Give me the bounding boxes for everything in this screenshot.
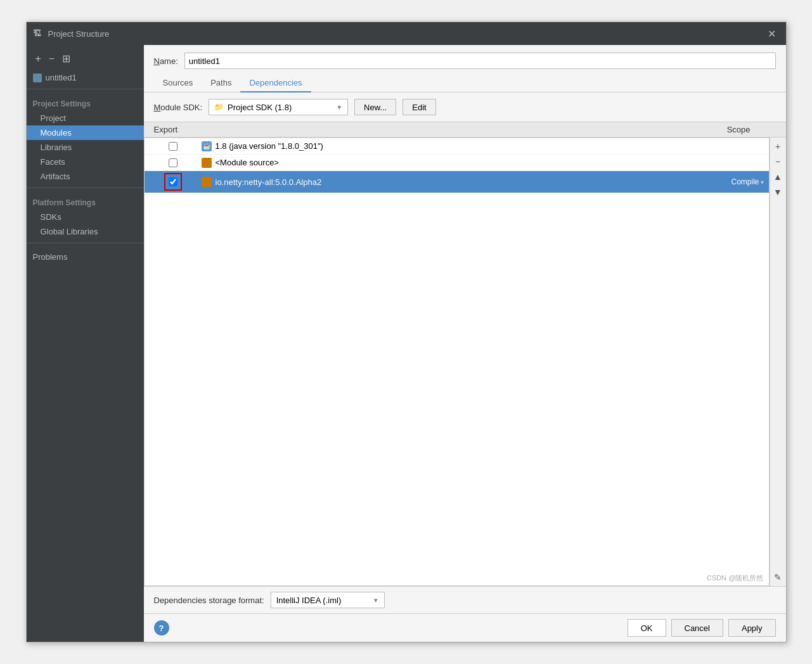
add-dep-button[interactable]: +	[771, 139, 785, 153]
tab-sources[interactable]: Sources	[154, 74, 202, 93]
sidebar-toolbar: + − ⊞	[27, 50, 144, 70]
move-down-button[interactable]: ▼	[771, 185, 785, 199]
tab-paths[interactable]: Paths	[202, 74, 240, 93]
sdk-type-icon: ☕	[202, 141, 212, 151]
deps-row-export-sdk	[145, 142, 202, 151]
table-row: io.netty:netty-all:5.0.0.Alpha2 Compile …	[145, 171, 769, 193]
storage-dropdown[interactable]: IntelliJ IDEA (.iml) ▼	[271, 592, 385, 608]
move-up-button[interactable]: ▲	[771, 170, 785, 184]
divider-1	[27, 89, 144, 89]
jar-icon	[202, 177, 212, 187]
sidebar-item-libraries[interactable]: Libraries	[27, 140, 144, 155]
tabs-bar: Sources Paths Dependencies	[144, 74, 786, 93]
title-bar: 🏗 Project Structure ✕	[27, 22, 786, 45]
deps-row-scope-netty: Compile ▾	[699, 177, 769, 186]
checkbox-highlight	[164, 173, 182, 191]
sdk-icon: 📁	[214, 103, 224, 112]
sidebar-item-artifacts-label: Artifacts	[41, 172, 70, 181]
help-button[interactable]: ?	[154, 620, 169, 635]
module-sdk-label: Module SDK:	[154, 103, 203, 112]
app-icon: 🏗	[33, 29, 43, 39]
project-settings-header: Project Settings	[27, 93, 144, 111]
bottom-bar: ? OK Cancel Apply	[144, 613, 786, 642]
sidebar-item-modules-label: Modules	[41, 128, 72, 137]
name-bar: Name:	[144, 45, 786, 74]
module-icon	[33, 73, 42, 82]
ok-button[interactable]: OK	[628, 619, 666, 637]
deps-row-name-netty: io.netty:netty-all:5.0.0.Alpha2	[202, 177, 699, 187]
main-content: Name: Sources Paths Dependencies Module …	[144, 45, 786, 642]
sidebar-item-facets[interactable]: Facets	[27, 155, 144, 169]
window-title: Project Structure	[48, 29, 110, 39]
add-module-button[interactable]: +	[33, 53, 44, 65]
deps-area: Export Scope ☕	[144, 122, 786, 586]
deps-table-body: ☕ 1.8 (java version "1.8.0_301")	[144, 137, 770, 586]
deps-right-toolbar: + − ▲ ▼ ✎	[770, 137, 786, 586]
deps-table-header: Export Scope	[144, 122, 786, 137]
deps-col-export: Export	[144, 125, 201, 134]
tab-sources-label: Sources	[163, 78, 193, 87]
module-sdk-bar: Module SDK: 📁 Project SDK (1.8) ▼ New...…	[144, 93, 786, 122]
apply-button[interactable]: Apply	[728, 619, 776, 637]
close-button[interactable]: ✕	[764, 27, 780, 41]
deps-row-export-module	[145, 158, 202, 167]
export-checkbox-netty[interactable]	[169, 177, 177, 186]
sidebar: + − ⊞ untitled1 Project Settings Project…	[27, 45, 144, 642]
sidebar-item-facets-label: Facets	[41, 157, 65, 167]
divider-2	[27, 188, 144, 188]
sidebar-item-problems-label: Problems	[33, 252, 68, 262]
remove-module-button[interactable]: −	[46, 53, 57, 65]
sidebar-item-modules[interactable]: Modules	[27, 125, 144, 140]
deps-col-name	[201, 125, 700, 134]
sidebar-item-project[interactable]: Project	[27, 111, 144, 125]
name-input[interactable]	[184, 53, 776, 69]
module-item-untitled1[interactable]: untitled1	[27, 70, 144, 85]
deps-content-wrapper: ☕ 1.8 (java version "1.8.0_301")	[144, 137, 786, 586]
deps-row-name-sdk: ☕ 1.8 (java version "1.8.0_301")	[202, 141, 699, 151]
storage-label: Dependencies storage format:	[154, 596, 264, 605]
storage-bar: Dependencies storage format: IntelliJ ID…	[144, 586, 786, 613]
cancel-button[interactable]: Cancel	[671, 619, 723, 637]
storage-dropdown-arrow-icon: ▼	[373, 597, 379, 604]
export-checkbox-sdk[interactable]	[169, 142, 177, 151]
sidebar-item-sdks[interactable]: SDKs	[27, 210, 144, 224]
edit-sdk-button[interactable]: Edit	[403, 99, 435, 115]
watermark: CSDN @随机所然	[707, 573, 763, 583]
project-structure-dialog: 🏗 Project Structure ✕ + − ⊞ untitled1 Pr…	[26, 22, 787, 642]
divider-3	[27, 243, 144, 243]
scope-dropdown-icon-netty[interactable]: ▾	[761, 179, 764, 186]
sdk-dropdown[interactable]: 📁 Project SDK (1.8) ▼	[209, 99, 348, 115]
copy-module-button[interactable]: ⊞	[60, 53, 73, 65]
sidebar-item-libraries-label: Libraries	[41, 143, 72, 152]
sidebar-item-sdks-label: SDKs	[41, 212, 61, 222]
window-body: + − ⊞ untitled1 Project Settings Project…	[27, 45, 786, 642]
sidebar-item-problems[interactable]: Problems	[27, 247, 144, 264]
tab-dependencies[interactable]: Dependencies	[240, 74, 311, 93]
export-checkbox-module[interactable]	[169, 158, 177, 167]
module-source-label: <Module source>	[216, 158, 279, 167]
sidebar-item-global-libraries-label: Global Libraries	[41, 227, 98, 236]
deps-row-name-module: <Module source>	[202, 158, 699, 168]
tab-dependencies-label: Dependencies	[249, 78, 302, 87]
deps-row-export-netty	[145, 173, 202, 191]
scope-value-netty: Compile	[731, 177, 759, 186]
table-row: <Module source>	[145, 155, 769, 171]
sdk-value: Project SDK (1.8)	[228, 103, 292, 112]
storage-value: IntelliJ IDEA (.iml)	[276, 596, 342, 605]
module-item-label: untitled1	[46, 73, 77, 82]
sidebar-item-project-label: Project	[41, 113, 66, 123]
remove-dep-button[interactable]: −	[771, 155, 785, 169]
netty-name-label: io.netty:netty-all:5.0.0.Alpha2	[216, 177, 322, 187]
deps-col-scope: Scope	[700, 125, 770, 134]
platform-settings-header: Platform Settings	[27, 192, 144, 210]
table-row: ☕ 1.8 (java version "1.8.0_301")	[145, 138, 769, 155]
sidebar-item-global-libraries[interactable]: Global Libraries	[27, 224, 144, 239]
edit-dep-button[interactable]: ✎	[771, 570, 785, 584]
sidebar-item-artifacts[interactable]: Artifacts	[27, 169, 144, 184]
module-source-icon	[202, 158, 212, 168]
sdk-dropdown-arrow-icon: ▼	[336, 104, 342, 111]
title-bar-left: 🏗 Project Structure	[33, 29, 110, 39]
name-label: Name:	[154, 56, 178, 66]
sdk-name-label: 1.8 (java version "1.8.0_301")	[216, 141, 323, 151]
new-sdk-button[interactable]: New...	[354, 99, 396, 115]
